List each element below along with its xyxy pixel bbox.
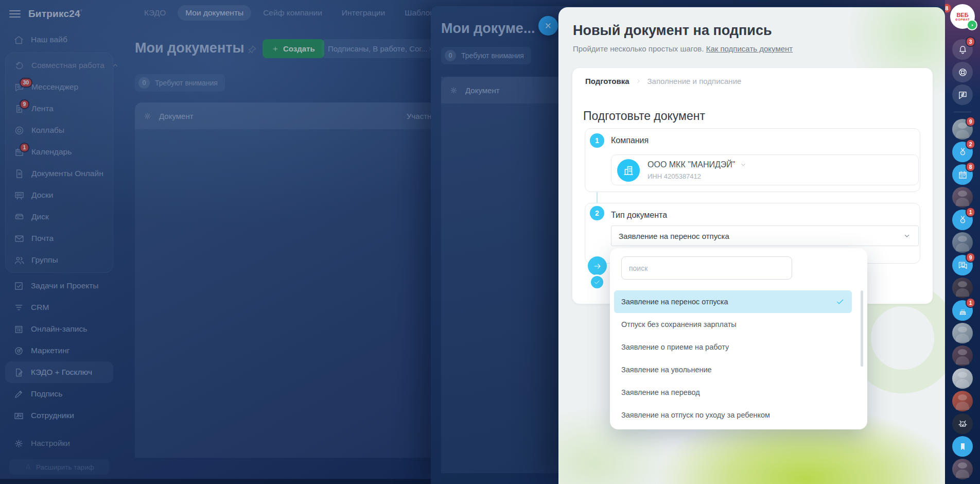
chat-avatar-7[interactable] <box>952 368 973 389</box>
chev-down-icon <box>903 232 911 240</box>
option-label: Заявление о приеме на работу <box>621 343 729 351</box>
modal-title: Новый документ на подпись <box>573 23 772 39</box>
check-icon <box>593 279 601 286</box>
dropdown-scrollbar[interactable] <box>861 290 863 367</box>
done-step-badge <box>589 274 605 290</box>
portal-logo[interactable]: ВЕБ ФОРМАТ 8 <box>950 4 975 29</box>
chat-avatar-3[interactable] <box>952 232 973 253</box>
rail-items: 3928191 <box>952 39 973 479</box>
arrow-right-icon <box>593 262 602 271</box>
wizard-heading: Подготовьте документ <box>583 109 705 123</box>
chat-avatar-2[interactable] <box>952 187 973 208</box>
calendar-events[interactable]: 8 <box>952 164 973 185</box>
chat-avatar-4[interactable] <box>952 278 973 298</box>
notifications[interactable]: 3 <box>952 39 973 60</box>
option-label: Заявление на перевод <box>621 388 700 396</box>
notification-badge: 9 <box>966 252 975 263</box>
bot[interactable] <box>952 413 973 434</box>
close-icon <box>544 22 552 30</box>
step-label: Тип документа <box>611 211 667 220</box>
company-selector[interactable]: ООО МКК "МАНИДЭЙ" ИНН 4205387412 <box>611 154 919 185</box>
notification-badge: 3 <box>966 37 975 47</box>
selected-document-type: Заявление на перенос отпуска <box>619 232 729 240</box>
how-to-sign-link[interactable]: Как подписать документ <box>706 44 793 53</box>
medal-icon <box>957 215 968 226</box>
dropdown-option[interactable]: Отпуск без сохранения зарплаты <box>614 313 852 336</box>
breadcrumb: Подготовка Заполнение и подписание <box>585 77 741 85</box>
dropdown-option[interactable]: Заявление на увольнение <box>614 358 852 381</box>
check-icon <box>835 297 845 306</box>
close-slideover-button[interactable] <box>538 16 558 36</box>
breadcrumb-step-filling: Заполнение и подписание <box>647 77 742 85</box>
chat-arrows-icon <box>957 90 968 100</box>
chat-avatar-1[interactable]: 9 <box>952 119 973 140</box>
close-icon <box>544 22 552 30</box>
calendar2-icon <box>957 169 968 180</box>
new-document-modal: Новый документ на подпись Пройдите неско… <box>558 7 945 484</box>
notification-badge: 9 <box>966 116 975 127</box>
robot-icon <box>957 419 968 429</box>
achievements-1[interactable]: 2 <box>952 142 973 162</box>
option-label: Заявление на перенос отпуска <box>621 298 728 306</box>
step-1-number: 1 <box>590 133 604 148</box>
notification-badge: 8 <box>966 162 975 172</box>
chevron-right-icon <box>635 78 642 84</box>
breadcrumb-step-preparation[interactable]: Подготовка <box>585 77 629 85</box>
notification-badge: 1 <box>966 298 975 308</box>
achievements-2[interactable]: 1 <box>952 210 973 230</box>
saved[interactable] <box>952 436 973 457</box>
dropdown-option[interactable]: Заявление на перенос отпуска <box>614 290 852 313</box>
dropdown-option[interactable]: Заявление на перевод <box>614 381 852 404</box>
arrow-right-icon <box>593 262 602 271</box>
rail-divider <box>954 112 971 112</box>
dropdown-option[interactable]: Заявление о приеме на работу <box>614 336 852 358</box>
lifebuoy-icon <box>957 67 968 78</box>
chev-right-icon <box>635 78 642 84</box>
bell-icon <box>957 44 968 55</box>
next-step-button[interactable] <box>588 256 607 275</box>
play-icon <box>970 23 975 28</box>
notification-badge: 8 <box>945 3 952 13</box>
dropdown-options: Заявление на перенос отпускаОтпуск без с… <box>614 290 852 426</box>
option-label: Отпуск без сохранения зарплаты <box>621 320 737 329</box>
bitrix24-app: Битрикс24° Наш вайбСовместная работа30Ме… <box>0 0 980 484</box>
dropdown-option[interactable]: Заявление на отпуск по уходу за ребенком <box>614 404 852 426</box>
play-glyph <box>970 23 975 28</box>
chevron-down-icon <box>903 232 911 240</box>
notification-badge: 1 <box>966 207 975 217</box>
play-icon[interactable] <box>967 20 977 30</box>
medal-icon <box>957 147 968 158</box>
right-rail: ВЕБ ФОРМАТ 8 3928191 <box>945 0 980 484</box>
notification-badge: 2 <box>966 139 975 149</box>
building-icon <box>617 159 640 182</box>
chevron-down-icon <box>740 161 747 168</box>
chat-avatar-9[interactable] <box>952 459 973 479</box>
option-label: Заявление на увольнение <box>621 366 712 374</box>
company-name: ООО МКК "МАНИДЭЙ" <box>647 160 735 169</box>
portal-logo-subtext: ФОРМАТ <box>955 18 970 21</box>
chev-down-icon <box>740 161 747 168</box>
check-icon <box>835 297 845 306</box>
option-label: Заявление на отпуск по уходу за ребенком <box>621 411 770 419</box>
chat-avatar-8[interactable] <box>952 391 973 411</box>
building-icon <box>622 164 635 177</box>
modal-subtitle: Пройдите несколько простых шагов. Как по… <box>573 44 793 53</box>
chat-avatar-6[interactable] <box>952 345 973 366</box>
chat-avatar-5[interactable] <box>952 323 973 343</box>
step-label: Компания <box>611 136 649 145</box>
document-type-dropdown: Заявление на перенос отпускаОтпуск без с… <box>610 248 867 429</box>
birthday[interactable]: 1 <box>952 300 973 321</box>
group-chat[interactable]: 9 <box>952 255 973 275</box>
bookmark-icon <box>957 441 968 452</box>
step-2-number: 2 <box>590 206 604 220</box>
check-icon <box>593 279 601 286</box>
dropdown-search-input[interactable] <box>621 256 792 280</box>
company-inn: ИНН 4205387412 <box>647 172 701 180</box>
cake-icon <box>957 305 968 316</box>
messenger-panel[interactable] <box>952 84 973 105</box>
portal-logo-text: ВЕБ <box>956 12 968 18</box>
company-step-card: Компания ООО МКК "МАНИДЭЙ" ИНН 420538741… <box>585 128 920 192</box>
chat-bubbles-icon <box>957 260 968 271</box>
support[interactable] <box>952 62 973 82</box>
document-type-select[interactable]: Заявление на перенос отпуска <box>611 226 919 246</box>
